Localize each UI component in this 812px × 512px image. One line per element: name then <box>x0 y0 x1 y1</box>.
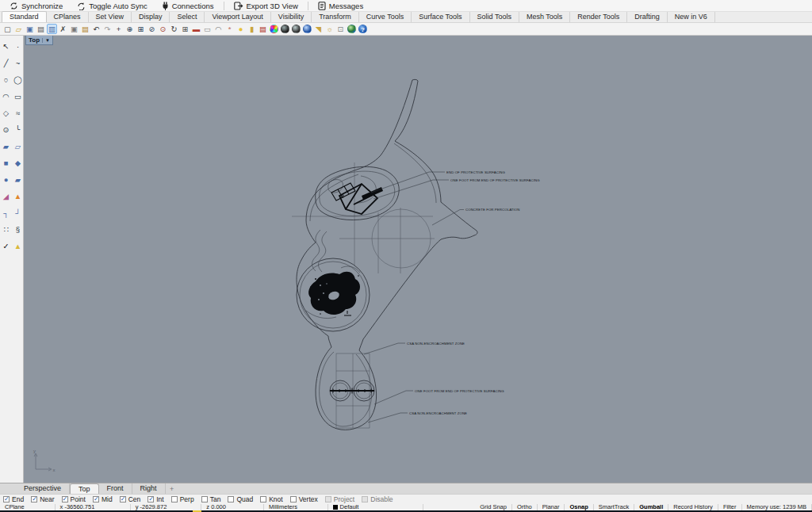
osnap-quad[interactable]: Quad <box>228 495 253 503</box>
osnap-end[interactable]: ✓End <box>3 495 24 503</box>
redo-icon[interactable]: ↷ <box>102 24 113 34</box>
chamfer-edge-icon[interactable]: ┘ <box>13 208 24 219</box>
toolbar-tab-curve-tools[interactable]: Curve Tools <box>359 12 412 22</box>
viewport-top[interactable]: xy END OF PROTECTIVE SURFACINGONE FOOT F… <box>24 36 812 483</box>
osnap-mid[interactable]: ✓Mid <box>93 495 113 503</box>
status-gumball[interactable]: Gumball <box>634 504 668 510</box>
connections-button[interactable]: Connections <box>155 1 220 11</box>
toolbar-tab-solid-tools[interactable]: Solid Tools <box>470 12 519 22</box>
hide-objects-icon[interactable]: ▬ <box>191 24 201 34</box>
osnap-point[interactable]: ✓Point <box>62 495 86 503</box>
boolean-union-icon[interactable]: ▲ <box>13 191 24 202</box>
select-pointer-icon[interactable]: ↖ <box>1 41 12 52</box>
toolbar-tab-mesh-tools[interactable]: Mesh Tools <box>519 12 570 22</box>
swing-area[interactable] <box>330 353 374 428</box>
status-cplane[interactable]: CPlane <box>0 504 56 510</box>
cone-icon[interactable]: ▲ <box>13 241 24 252</box>
osnap-knot[interactable]: Knot <box>260 495 283 503</box>
toolbar-tab-standard[interactable]: Standard <box>2 11 47 22</box>
annotation-callout[interactable]: ONE FOOT FROM END OF PROTECTIVE SURFACIN… <box>374 389 504 405</box>
osnap-end-checkbox[interactable]: ✓ <box>3 496 10 502</box>
paste-icon[interactable]: ▤ <box>80 24 90 34</box>
zoom-window-icon[interactable]: ⊞ <box>136 24 146 34</box>
drawing-canvas[interactable]: xy END OF PROTECTIVE SURFACINGONE FOOT F… <box>24 36 812 483</box>
cut-icon[interactable]: ✗ <box>58 24 68 34</box>
point-circle-icon[interactable]: ⊙ <box>1 124 12 136</box>
toolbar-tab-render-tools[interactable]: Render Tools <box>570 12 627 22</box>
curve-freeform-icon[interactable]: ≈ <box>13 108 24 119</box>
fillet-curves-icon[interactable]: ╰ <box>13 124 24 136</box>
switchback-path[interactable] <box>312 230 327 272</box>
viewport-tab-right[interactable]: Right <box>132 483 166 494</box>
osnap-cen[interactable]: ✓Cen <box>120 495 141 503</box>
viewport-tab-perspective[interactable]: Perspective <box>16 483 70 494</box>
zoom-dynamic-icon[interactable]: ⊕ <box>124 24 135 34</box>
new-file-icon[interactable]: ▢ <box>2 24 13 34</box>
osnap-cen-checkbox[interactable]: ✓ <box>120 496 126 502</box>
zoom-selected-icon[interactable]: ⊙ <box>158 24 168 34</box>
rectangle-icon[interactable]: ▭ <box>13 91 24 102</box>
lock-icon[interactable]: ▮ <box>247 24 257 34</box>
render-icon[interactable] <box>281 25 289 33</box>
status-grid-snap[interactable]: Grid Snap <box>475 504 512 510</box>
osnap-near[interactable]: ✓Near <box>31 495 54 503</box>
cylinder-icon[interactable]: ● <box>1 174 12 185</box>
ellipse-icon[interactable]: ◯ <box>13 75 24 86</box>
open-file-icon[interactable]: ▱ <box>13 24 24 34</box>
render-preview-icon[interactable] <box>292 25 301 33</box>
export-3d-view-button[interactable]: Export 3D View <box>228 1 304 11</box>
color-wheel-icon[interactable] <box>270 25 278 33</box>
pan-icon[interactable]: + <box>113 24 124 34</box>
show-objects-icon[interactable]: ▭ <box>202 24 213 34</box>
lower-play-area[interactable] <box>297 258 370 331</box>
smarttrack-toggle-icon[interactable]: * <box>224 24 235 34</box>
undo-icon[interactable]: ↶ <box>91 24 102 34</box>
status-record-history[interactable]: Record History <box>668 504 718 510</box>
annotation-callout[interactable]: CSA NON-ENCROACHMENT ZONE <box>364 342 465 355</box>
toolbar-tab-display[interactable]: Display <box>132 12 170 22</box>
helix-icon[interactable]: § <box>13 224 24 235</box>
status-ortho[interactable]: Ortho <box>512 504 538 510</box>
help-icon[interactable]: ? <box>358 25 367 33</box>
paste-clipboard-icon[interactable]: ▥ <box>47 24 57 34</box>
osnap-perp-checkbox[interactable] <box>171 496 178 502</box>
osnap-point-checkbox[interactable]: ✓ <box>62 496 68 502</box>
point-cloud-icon[interactable]: ∷ <box>1 224 12 235</box>
web-globe-icon[interactable] <box>347 25 356 33</box>
curve-interpolated-icon[interactable]: ~ <box>13 58 24 69</box>
toolbar-tab-new-in-v6[interactable]: New in V6 <box>668 12 715 22</box>
osnap-tan[interactable]: Tan <box>201 495 221 503</box>
box-icon[interactable]: ■ <box>1 158 12 169</box>
options-gears-icon[interactable]: ☼ <box>324 24 335 34</box>
check-objects-icon[interactable]: ✓ <box>1 241 12 252</box>
shaded-viewport-icon[interactable] <box>303 25 312 33</box>
extrude-curve-icon[interactable]: ◢ <box>1 191 12 202</box>
surface-corner-points-icon[interactable]: ▱ <box>13 141 24 152</box>
viewport-properties-icon[interactable]: ⊡ <box>335 24 346 34</box>
osnap-vertex-checkbox[interactable] <box>290 496 297 502</box>
osnap-int[interactable]: ✓Int <box>147 495 163 503</box>
box-rotated-icon[interactable]: ◆ <box>13 158 24 169</box>
record-lamp-icon[interactable]: ● <box>236 24 246 34</box>
status-default[interactable]: Default <box>328 504 424 510</box>
toolbar-tab-viewport-layout[interactable]: Viewport Layout <box>205 12 270 22</box>
zoom-extents-icon[interactable]: ⊘ <box>147 24 157 34</box>
osnap-quad-checkbox[interactable] <box>228 496 234 502</box>
annotation-callout[interactable]: CSA NON-ENCROACHMENT ZONE <box>368 411 467 423</box>
osnap-mid-checkbox[interactable]: ✓ <box>93 496 99 502</box>
viewport-title-tab[interactable]: Top ▼ <box>25 36 53 45</box>
toolbar-tab-select[interactable]: Select <box>170 12 205 22</box>
viewport-menu-caret-icon[interactable]: ▼ <box>42 38 50 43</box>
viewport-layout-icon[interactable]: ⊞ <box>180 24 190 34</box>
circle-icon[interactable]: ○ <box>1 75 12 86</box>
polyline-icon[interactable]: ╱ <box>1 58 12 69</box>
toolbar-tab-visibility[interactable]: Visibility <box>271 12 312 22</box>
messages-button[interactable]: Messages <box>312 1 370 11</box>
notes-icon[interactable]: ◥ <box>313 24 324 34</box>
viewport-tab-top[interactable]: Top <box>70 483 99 495</box>
toolbar-tab-surface-tools[interactable]: Surface Tools <box>412 12 469 22</box>
status-osnap[interactable]: Osnap <box>565 504 593 510</box>
single-point-icon[interactable]: · <box>13 41 24 52</box>
synchronize-button[interactable]: Synchronize <box>3 1 69 11</box>
surface-plane-icon[interactable]: ▰ <box>1 141 12 152</box>
